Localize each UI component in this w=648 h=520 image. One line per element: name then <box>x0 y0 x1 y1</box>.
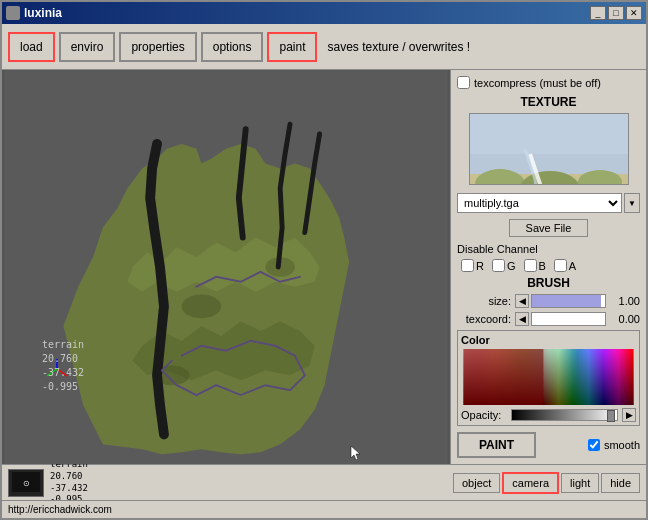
brush-texcoord-value: 0.00 <box>610 313 640 325</box>
svg-rect-16 <box>464 349 544 405</box>
logo-area: ⊙ <box>8 469 44 497</box>
brush-texcoord-label: texcoord: <box>457 313 511 325</box>
saves-text: saves texture / overwrites ! <box>327 40 470 54</box>
disable-channel-label: Disable Channel <box>457 243 640 255</box>
channel-a-checkbox[interactable] <box>554 259 567 272</box>
coord2: -37.432 <box>42 366 84 380</box>
titlebar: luxinia _ □ ✕ <box>2 2 646 24</box>
app-icon <box>6 6 20 20</box>
right-panel: texcompress (must be off) TEXTURE <box>450 70 646 464</box>
titlebar-controls: _ □ ✕ <box>590 6 642 20</box>
options-button[interactable]: options <box>201 32 264 62</box>
light-button[interactable]: light <box>561 473 599 493</box>
hide-button[interactable]: hide <box>601 473 640 493</box>
texcompress-checkbox[interactable] <box>457 76 470 89</box>
terrain-svg <box>2 70 450 464</box>
toolbar: load enviro properties options paint sav… <box>2 24 646 70</box>
smooth-checkbox[interactable] <box>588 439 600 451</box>
object-button[interactable]: object <box>453 473 500 493</box>
coord3: -0.995 <box>42 380 84 394</box>
save-file-button[interactable]: Save File <box>509 219 589 237</box>
color-gradient-svg <box>461 349 636 405</box>
status-url: http://ericchadwick.com <box>8 504 112 515</box>
minimize-button[interactable]: _ <box>590 6 606 20</box>
close-button[interactable]: ✕ <box>626 6 642 20</box>
opacity-row: Opacity: ▶ <box>461 408 636 422</box>
channel-r: R <box>461 259 484 272</box>
window-title: luxinia <box>24 6 62 20</box>
channel-g-label: G <box>507 260 516 272</box>
channel-b-label: B <box>539 260 546 272</box>
opacity-label: Opacity: <box>461 409 507 421</box>
app-window: luxinia _ □ ✕ load enviro properties opt… <box>0 0 648 520</box>
brush-size-slider[interactable] <box>531 294 606 308</box>
brush-texcoord-slider-container: ◀ <box>515 312 606 326</box>
color-title: Color <box>461 334 636 346</box>
smooth-label: smooth <box>604 439 640 451</box>
opacity-expand-icon[interactable]: ▶ <box>622 408 636 422</box>
terrain-info-c1: 20.760 <box>50 471 88 483</box>
statusbar: http://ericchadwick.com <box>2 500 646 518</box>
paint-button[interactable]: paint <box>267 32 317 62</box>
svg-rect-12 <box>470 114 629 154</box>
channel-b: B <box>524 259 546 272</box>
channel-r-checkbox[interactable] <box>461 259 474 272</box>
viewport[interactable]: terrain 20.760 -37.432 -0.995 <box>2 70 450 464</box>
opacity-slider[interactable] <box>511 409 618 421</box>
smooth-row: smooth <box>588 439 640 451</box>
channel-a: A <box>554 259 576 272</box>
terrain-label: terrain <box>42 338 84 352</box>
brush-texcoord-row: texcoord: ◀ 0.00 <box>457 312 640 326</box>
texture-label: TEXTURE <box>457 95 640 109</box>
texture-select[interactable]: multiply.tga <box>457 193 622 213</box>
enviro-button[interactable]: enviro <box>59 32 116 62</box>
brush-size-left-icon[interactable]: ◀ <box>515 294 529 308</box>
load-button[interactable]: load <box>8 32 55 62</box>
color-section: Color <box>457 330 640 426</box>
bottombar: ⊙ terrain 20.760 -37.432 -0.995 object c… <box>2 464 646 500</box>
terrain-info-c2: -37.432 <box>50 483 88 495</box>
brush-size-row: size: ◀ 1.00 <box>457 294 640 308</box>
channel-r-label: R <box>476 260 484 272</box>
paint-large-button[interactable]: PAINT <box>457 432 536 458</box>
texcompress-row: texcompress (must be off) <box>457 76 640 89</box>
titlebar-left: luxinia <box>6 6 62 20</box>
channel-g: G <box>492 259 516 272</box>
brush-label: BRUSH <box>457 276 640 290</box>
color-picker[interactable] <box>461 349 636 405</box>
texture-preview <box>469 113 629 185</box>
properties-button[interactable]: properties <box>119 32 196 62</box>
svg-point-1 <box>182 295 221 319</box>
brush-size-label: size: <box>457 295 511 307</box>
texture-dropdown-row: multiply.tga ▼ <box>457 193 640 213</box>
texcompress-label: texcompress (must be off) <box>474 77 601 89</box>
paint-smooth-row: PAINT smooth <box>457 432 640 458</box>
info-overlay: terrain 20.760 -37.432 -0.995 <box>42 338 84 394</box>
brush-size-value: 1.00 <box>610 295 640 307</box>
channel-g-checkbox[interactable] <box>492 259 505 272</box>
svg-rect-17 <box>544 349 634 405</box>
logo-icon: ⊙ <box>12 472 40 493</box>
texture-dropdown-arrow-icon[interactable]: ▼ <box>624 193 640 213</box>
svg-text:⊙: ⊙ <box>23 479 30 488</box>
main-area: terrain 20.760 -37.432 -0.995 texcompres… <box>2 70 646 464</box>
brush-texcoord-slider[interactable] <box>531 312 606 326</box>
channel-b-checkbox[interactable] <box>524 259 537 272</box>
brush-texcoord-left-icon[interactable]: ◀ <box>515 312 529 326</box>
coord1: 20.760 <box>42 352 84 366</box>
terrain-info: terrain 20.760 -37.432 -0.995 <box>50 459 88 506</box>
terrain-area: terrain 20.760 -37.432 -0.995 <box>2 70 450 464</box>
camera-button[interactable]: camera <box>502 472 559 494</box>
channel-checkboxes: R G B A <box>461 259 640 272</box>
brush-size-slider-container: ◀ <box>515 294 606 308</box>
brush-size-fill <box>532 295 601 307</box>
maximize-button[interactable]: □ <box>608 6 624 20</box>
channel-a-label: A <box>569 260 576 272</box>
